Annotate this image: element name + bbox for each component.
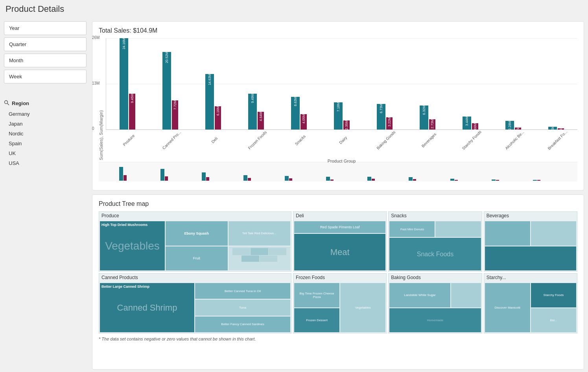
tm-frozen: Frozen Foods Big Time Frozen Cheese Pizz…	[293, 273, 387, 333]
tm-snacks-donuts: Fast Mini Donuts	[389, 221, 435, 237]
tm-canned-tuna: Better Canned Tuna in Oil	[195, 283, 290, 299]
filter-month[interactable]: Month	[4, 54, 87, 67]
tm-baking: Baking Goods Landslide White Sugar Homem…	[388, 273, 482, 333]
region-section: Region Germany Japan Nordic Spain UK USA	[4, 100, 87, 168]
sidebar: Year Quarter Month Week Region Germany J…	[0, 18, 90, 372]
search-icon	[4, 100, 9, 107]
bar-group-3: 9.49M4.64M	[235, 38, 278, 130]
bar-group-10: 678.25k329.95k	[535, 38, 577, 130]
bar-group-1: 20.52M7.72M	[149, 38, 192, 130]
chart-inner: 26M 13M 0 24.16M9.45M20.52M7.72M14.63M6.…	[106, 38, 577, 160]
margin-bar-3: 4.64M	[258, 112, 264, 130]
svg-line-1	[7, 104, 9, 105]
margin-bar-7: 2.73M	[429, 119, 435, 130]
tm-snacks: Snacks Fast Mini Donuts Snack Foods	[388, 211, 482, 272]
bar-group-2: 14.63M6.16M	[192, 38, 235, 130]
region-japan[interactable]: Japan	[4, 119, 87, 129]
tm-starchy-header: Starchy...	[484, 274, 577, 281]
treemap-panel: Product Tree map Produce High Top Dried …	[92, 194, 584, 370]
bar-group-7: 6.32M2.73M	[406, 38, 449, 130]
tm-deli-header: Deli	[293, 212, 386, 220]
margin-bar-5: 2.35M	[343, 120, 350, 130]
bar-chart-panel: Total Sales: $104.9M Sum(Sales), Sum(Mar…	[92, 21, 584, 191]
x-axis-title: Product Group	[106, 159, 577, 163]
region-uk[interactable]: UK	[4, 148, 87, 158]
mini-chart[interactable]	[99, 162, 577, 181]
tm-produce-telltale: Tell Tale Red Delicious...	[229, 221, 291, 246]
tm-baking-sugar: Landslide White Sugar	[389, 283, 450, 307]
tm-snacks-header: Snacks	[389, 212, 481, 220]
tm-canned-small1: Tuna	[195, 300, 290, 315]
sales-bar-4: 8.63M	[291, 97, 300, 130]
sales-bar-0: 24.16M	[120, 38, 128, 130]
tm-produce-mushrooms: High Top Dried Mushrooms Vegetables	[100, 221, 165, 270]
footnote: * The data set contains negative or zero…	[99, 337, 577, 341]
sales-bar-2: 14.63M	[205, 74, 214, 130]
tm-canned: Canned Products Better Large Canned Shri…	[99, 273, 291, 333]
tm-snacks-snackfoods: Snack Foods	[389, 238, 481, 270]
tm-starchy-small: Bisi...	[531, 308, 576, 333]
margin-bar-10: 329.95k	[558, 128, 564, 130]
tm-deli-pimento: Red Spade Pimento Loaf	[294, 221, 385, 233]
svg-point-0	[5, 101, 8, 104]
main-content: Total Sales: $104.9M Sum(Sales), Sum(Mar…	[90, 18, 588, 372]
tm-frozen-right: Vegetables	[340, 283, 385, 332]
filter-week[interactable]: Week	[4, 70, 87, 83]
tm-deli-meat: Meat	[294, 234, 385, 270]
tm-canned-right: Better Canned Tuna in Oil Tuna Better Fa…	[195, 283, 290, 332]
sales-bar-7: 6.32M	[420, 105, 428, 130]
treemap-title: Product Tree map	[99, 200, 577, 207]
tm-bev-main	[485, 246, 576, 271]
margin-bar-9: 521.77k	[515, 128, 521, 130]
tm-produce-small	[229, 246, 291, 271]
tm-canned-sardines: Better Fancy Canned Sardines	[195, 316, 290, 332]
region-nordic[interactable]: Nordic	[4, 129, 87, 139]
bar-group-5: 7.18M2.35M	[321, 38, 363, 130]
tm-produce: Produce High Top Dried Mushrooms Vegetab…	[99, 211, 291, 272]
tm-baking-main: Homemade	[389, 308, 481, 333]
margin-bar-6: 3.22M	[386, 117, 393, 130]
chart-title: Total Sales: $104.9M	[99, 27, 577, 34]
filter-year[interactable]: Year	[4, 21, 87, 35]
margin-bar-8: 1.66M	[472, 123, 478, 130]
bar-group-4: 8.63M4.05M	[278, 38, 321, 130]
region-germany[interactable]: Germany	[4, 109, 87, 119]
margin-bar-0: 9.45M	[129, 94, 135, 130]
page-title: Product Details	[0, 0, 588, 18]
tm-beverages-header: Beverages	[484, 212, 577, 220]
tm-starchy-main: Starchy Foods	[531, 283, 576, 307]
tm-canned-header: Canned Products	[99, 274, 291, 281]
y-axis-label: Sum(Sales), Sum(Margin)	[99, 38, 103, 160]
tm-baking-small1	[451, 283, 481, 307]
bar-group-8: 3.44M1.66M	[449, 38, 492, 130]
bar-group-6: 6.73M3.22M	[363, 38, 406, 130]
tm-deli: Deli Red Spade Pimento Loaf Meat	[293, 211, 387, 272]
region-header: Region	[4, 100, 87, 107]
tm-produce-ebony: Ebony Squash	[166, 221, 228, 246]
filter-quarter[interactable]: Quarter	[4, 37, 87, 51]
region-label: Region	[12, 100, 29, 106]
treemap-grid: Produce High Top Dried Mushrooms Vegetab…	[99, 211, 577, 333]
tm-frozen-dessert: Frozen Dessert	[294, 308, 339, 333]
sales-bar-6: 6.73M	[377, 104, 385, 130]
sales-bar-10: 678.25k	[548, 127, 557, 130]
sales-bar-3: 9.49M	[248, 94, 257, 130]
tm-canned-shrimp: Better Large Canned Shrimp Canned Shrimp	[100, 283, 194, 332]
tm-frozen-pizza: Big Time Frozen Cheese Pizza	[294, 283, 339, 307]
sales-bar-9: 2.28M	[505, 121, 514, 130]
sales-bar-1: 20.52M	[162, 52, 171, 130]
bar-chart-area: Sum(Sales), Sum(Margin) 26M 13M 0 24.16M…	[99, 38, 577, 160]
tm-starchy: Starchy... Discover Manicotti Starchy Fo…	[484, 273, 577, 333]
tm-produce-fruit: Fruit	[166, 246, 228, 271]
region-usa[interactable]: USA	[4, 158, 87, 168]
tm-bev-2	[531, 221, 576, 246]
x-axis-labels: ProduceCanned Pro...DeliFrozen FoodsSnac…	[106, 131, 577, 143]
tm-baking-header: Baking Goods	[389, 274, 481, 281]
margin-bar-4: 4.05M	[300, 114, 307, 130]
region-spain[interactable]: Spain	[4, 139, 87, 148]
margin-bar-1: 7.72M	[172, 100, 178, 130]
tm-starchy-manicotti: Discover Manicotti	[485, 283, 530, 332]
tm-frozen-header: Frozen Foods	[293, 274, 386, 281]
tm-beverages: Beverages	[484, 211, 577, 272]
sales-bar-5: 7.18M	[334, 102, 343, 130]
